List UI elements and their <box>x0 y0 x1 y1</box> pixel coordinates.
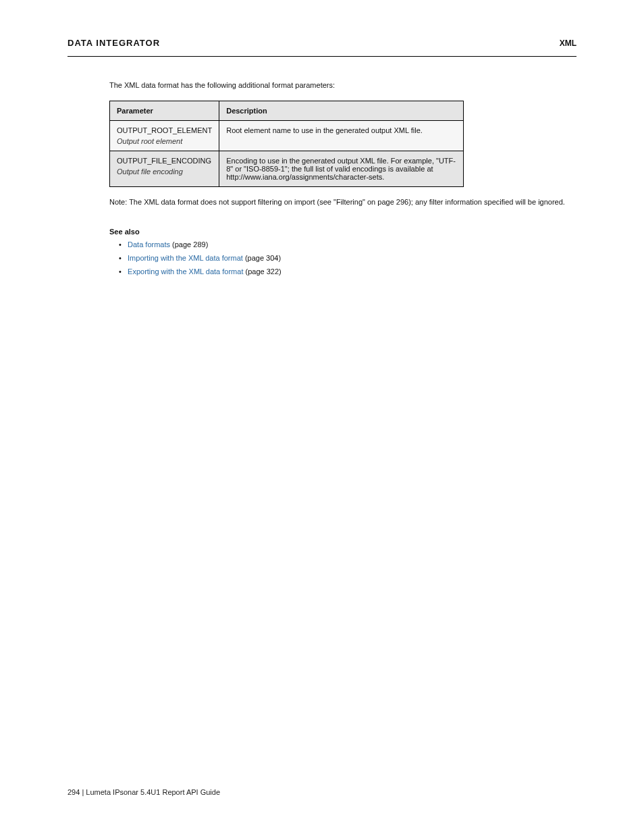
page-content: The XML data format has the following ad… <box>68 80 576 278</box>
table-row: OUTPUT_FILE_ENCODING Output file encodin… <box>110 151 464 186</box>
intro-text: The XML data format has the following ad… <box>109 80 576 91</box>
param-subtitle: Output root element <box>117 137 212 145</box>
column-header-description: Description <box>219 101 464 120</box>
desc-cell: Encoding to use in the generated output … <box>219 151 464 186</box>
param-name: OUTPUT_FILE_ENCODING <box>117 157 211 165</box>
note-text: Note: The XML data format does not suppo… <box>109 197 576 208</box>
bullet-icon: • <box>119 238 126 252</box>
see-also-link[interactable]: Data formats <box>128 240 170 249</box>
param-name: OUTPUT_ROOT_ELEMENT <box>117 126 212 134</box>
param-cell: OUTPUT_ROOT_ELEMENT Output root element <box>110 120 219 151</box>
see-also-label: See also <box>109 228 576 236</box>
table-row: OUTPUT_ROOT_ELEMENT Output root element … <box>110 120 464 151</box>
column-header-parameter: Parameter <box>110 101 219 120</box>
see-also-page: (page 304) <box>245 254 281 262</box>
parameter-table: Parameter Description OUTPUT_ROOT_ELEMEN… <box>109 101 464 187</box>
see-also-block: See also • Data formats (page 289) • Imp… <box>109 228 576 278</box>
see-also-page: (page 322) <box>246 267 281 276</box>
see-also-link[interactable]: Importing with the XML data format <box>128 254 243 262</box>
page-footer: 294 | Lumeta IPsonar 5.4U1 Report API Gu… <box>68 788 576 796</box>
see-also-link[interactable]: Exporting with the XML data format <box>128 267 243 276</box>
page-header: DATA INTEGRATOR XML <box>68 38 576 57</box>
header-section-label: DATA INTEGRATOR <box>68 38 160 48</box>
header-topic-label: XML <box>560 38 576 48</box>
see-also-page: (page 289) <box>172 240 208 249</box>
param-subtitle: Output file encoding <box>117 167 212 176</box>
bullet-icon: • <box>119 265 126 279</box>
param-cell: OUTPUT_FILE_ENCODING Output file encodin… <box>110 151 219 186</box>
list-item: • Importing with the XML data format (pa… <box>119 252 576 265</box>
desc-cell: Root element name to use in the generate… <box>219 120 464 151</box>
see-also-list: • Data formats (page 289) • Importing wi… <box>109 238 576 278</box>
list-item: • Data formats (page 289) <box>119 238 576 252</box>
bullet-icon: • <box>119 252 126 265</box>
list-item: • Exporting with the XML data format (pa… <box>119 265 576 279</box>
